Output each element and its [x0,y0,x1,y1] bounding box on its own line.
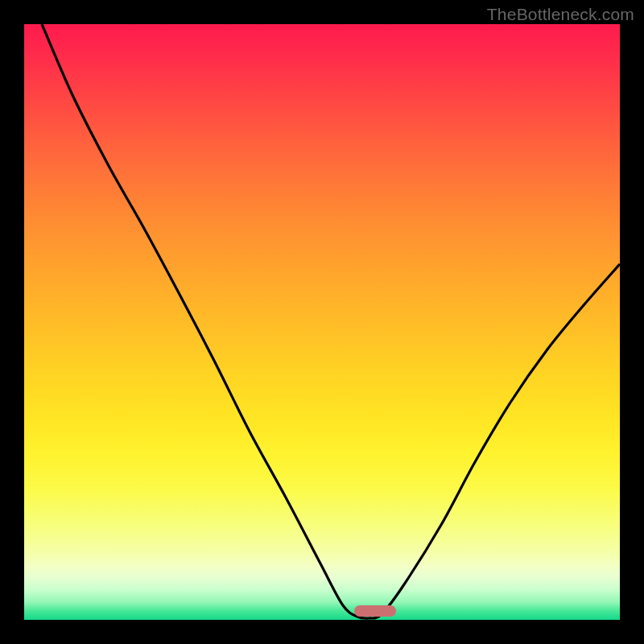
optimal-marker [354,605,396,617]
watermark-text: TheBottleneck.com [487,5,634,24]
bottleneck-curve [24,24,620,620]
curve-path [42,24,620,618]
plot-frame [24,24,620,620]
